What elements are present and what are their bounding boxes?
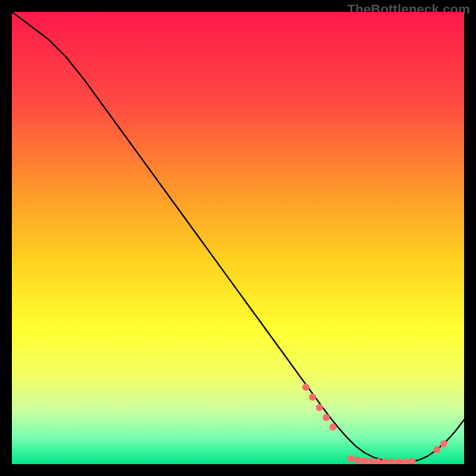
marker-dot bbox=[440, 440, 447, 447]
marker-dot bbox=[330, 424, 337, 431]
marker-dot bbox=[322, 414, 330, 421]
marker-dot bbox=[347, 455, 355, 462]
chart-background bbox=[12, 12, 464, 464]
marker-dot bbox=[433, 446, 440, 453]
chart-stage: TheBottleneck.com bbox=[0, 0, 476, 476]
marker-dot bbox=[309, 394, 316, 401]
marker-dot bbox=[316, 404, 323, 411]
marker-dot bbox=[302, 384, 309, 391]
marker-dot bbox=[354, 456, 361, 464]
chart-plot bbox=[12, 12, 464, 464]
